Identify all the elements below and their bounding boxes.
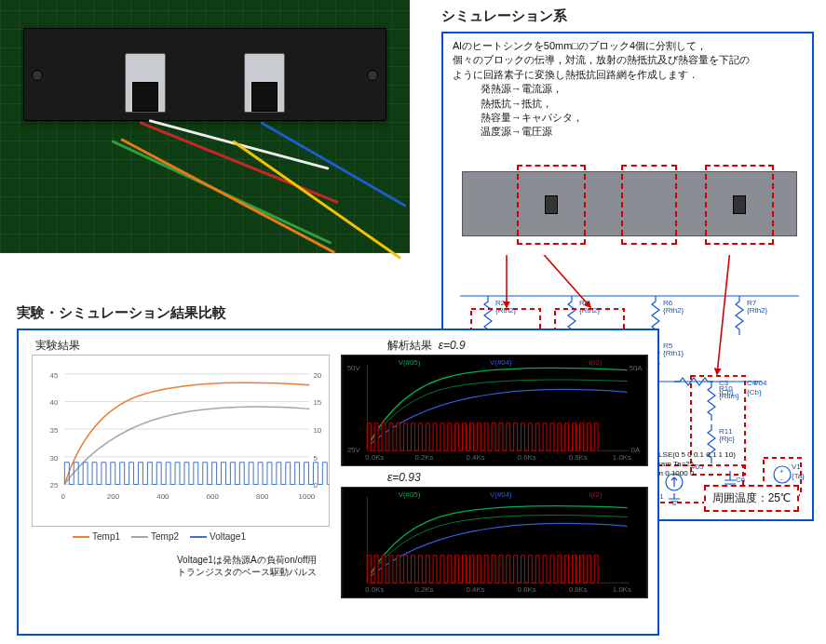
svg-text:50A: 50A bbox=[630, 364, 643, 372]
analysis-result-label: 解析結果 ε=0.9 bbox=[387, 338, 466, 354]
svg-text:0.2Ks: 0.2Ks bbox=[414, 453, 433, 462]
experiment-result-label: 実験結果 bbox=[35, 338, 80, 354]
legend-entry: Temp2 bbox=[151, 531, 179, 542]
svg-text:0.2Ks: 0.2Ks bbox=[414, 585, 433, 594]
svg-text:0: 0 bbox=[61, 492, 65, 501]
svg-text:1000: 1000 bbox=[299, 492, 316, 501]
legend-entry: Voltage1 bbox=[210, 531, 246, 542]
transistor-right-icon bbox=[244, 53, 285, 113]
simulation-section-label: シミュレーション系 bbox=[441, 7, 567, 25]
svg-text:25: 25 bbox=[50, 481, 59, 490]
block-dash-2 bbox=[621, 165, 677, 245]
block-dash-1 bbox=[517, 165, 586, 245]
results-panel: 実験結果 25 30 35 40 45 0 5 10 15 20 0 200 bbox=[17, 329, 659, 636]
voltage-note: Voltage1は発熱源Aの負荷on/off用 トランジスタのベース駆動パルス bbox=[177, 554, 317, 578]
svg-text:400: 400 bbox=[156, 492, 169, 501]
sim-line: Alのヒートシンクを50mm□のブロック4個に分割して， bbox=[453, 39, 750, 53]
svg-text:{Rth2}: {Rth2} bbox=[495, 306, 517, 315]
block-dash-3 bbox=[705, 165, 774, 245]
svg-text:20: 20 bbox=[313, 371, 321, 380]
svg-text:1.0Ks: 1.0Ks bbox=[613, 453, 631, 462]
analysis-chart-2: V(#05) V(#04) I(I2) 0.0Ks 0.2Ks 0.4Ks 0.… bbox=[341, 487, 648, 598]
svg-text:0.8Ks: 0.8Ks bbox=[569, 585, 588, 594]
experiment-chart: 25 30 35 40 45 0 5 10 15 20 0 200 400 60… bbox=[32, 355, 330, 527]
wire-blue bbox=[260, 121, 406, 208]
svg-text:C3: C3 bbox=[719, 379, 729, 387]
svg-text:0A: 0A bbox=[631, 446, 641, 454]
svg-text:0: 0 bbox=[313, 481, 318, 490]
svg-rect-41 bbox=[34, 356, 329, 526]
sim-map: 熱容量→キャパシタ， bbox=[453, 111, 750, 125]
simulation-description: Alのヒートシンクを50mm□のブロック4個に分割して， 個々のブロックの伝導，… bbox=[453, 39, 750, 140]
svg-text:50V: 50V bbox=[347, 364, 361, 372]
spice-line: .tran 0 1000 0 bbox=[648, 469, 736, 478]
svg-text:35: 35 bbox=[50, 426, 59, 435]
svg-text:800: 800 bbox=[256, 492, 269, 501]
svg-text:C4: C4 bbox=[747, 379, 757, 387]
chip-icon bbox=[733, 195, 746, 214]
svg-text:{Rth1}: {Rth1} bbox=[663, 349, 684, 357]
svg-text:{Rth2}: {Rth2} bbox=[747, 306, 768, 315]
analysis-chart-1: V(#05) V(#04) I(I2) 0.0Ks 0.2Ks 0.4Ks 0.… bbox=[341, 355, 648, 466]
legend-entry: Temp1 bbox=[92, 531, 120, 542]
svg-text:5: 5 bbox=[313, 454, 318, 463]
wire-orange bbox=[120, 138, 335, 254]
svg-text:{Cb}: {Cb} bbox=[747, 388, 762, 396]
svg-text:I(I2): I(I2) bbox=[589, 358, 602, 367]
epsilon-093-label: ε=0.93 bbox=[387, 471, 421, 484]
sim-map: 発熱源→電流源， bbox=[453, 82, 750, 96]
comparison-section-label: 実験・シミュレーション結果比較 bbox=[17, 304, 226, 322]
svg-text:V(#04): V(#04) bbox=[490, 490, 512, 499]
svg-text:0.0Ks: 0.0Ks bbox=[365, 585, 384, 594]
svg-text:{Ta}: {Ta} bbox=[792, 472, 805, 480]
svg-text:40: 40 bbox=[50, 398, 59, 407]
svg-text:1.0Ks: 1.0Ks bbox=[613, 585, 631, 594]
svg-text:V(#05): V(#05) bbox=[399, 358, 421, 367]
svg-text:V(#05): V(#05) bbox=[399, 490, 421, 499]
chip-icon bbox=[545, 195, 558, 214]
svg-text:V(#04): V(#04) bbox=[490, 358, 512, 367]
svg-text:I(I2): I(I2) bbox=[589, 490, 602, 499]
svg-text:0.8Ks: 0.8Ks bbox=[569, 453, 588, 462]
svg-text:0.6Ks: 0.6Ks bbox=[518, 453, 536, 462]
experiment-photo bbox=[0, 0, 410, 253]
svg-text:15: 15 bbox=[313, 398, 321, 407]
svg-text:0.0Ks: 0.0Ks bbox=[365, 453, 384, 462]
transistor-left-icon bbox=[125, 53, 166, 113]
sim-line: 個々のブロックの伝導，対流，放射の熱抵抗及び熱容量を下記の bbox=[453, 53, 750, 67]
svg-text:V1: V1 bbox=[792, 463, 801, 471]
svg-text:{Rjc}: {Rjc} bbox=[719, 435, 735, 443]
svg-text:{Rth2}: {Rth2} bbox=[663, 306, 684, 315]
spice-line: PULSE(0 5 0 0.1 0.1 1 10) bbox=[648, 450, 736, 460]
experiment-chart-legend: Temp1 Temp2 Voltage1 bbox=[73, 531, 246, 542]
svg-text:30: 30 bbox=[50, 454, 59, 463]
sim-map: 熱抵抗→抵抗， bbox=[453, 97, 750, 111]
svg-text:45: 45 bbox=[50, 371, 59, 380]
sim-map: 温度源→電圧源 bbox=[453, 125, 750, 139]
heatsink-block-diagram bbox=[462, 171, 797, 236]
svg-text:200: 200 bbox=[107, 492, 120, 501]
spice-directives: PULSE(0 5 0 0.1 0.1 1 10) .param Ta=25 .… bbox=[648, 450, 736, 478]
svg-text:25V: 25V bbox=[347, 446, 361, 454]
spice-line: .param Ta=25 bbox=[648, 460, 736, 469]
heatsink-bar bbox=[23, 28, 386, 121]
svg-text:{Cb}: {Cb} bbox=[719, 388, 734, 396]
svg-text:10: 10 bbox=[313, 426, 321, 435]
svg-text:0.4Ks: 0.4Ks bbox=[467, 585, 485, 594]
ambient-temperature-note: 周囲温度：25℃ bbox=[704, 485, 799, 512]
svg-text:0.6Ks: 0.6Ks bbox=[518, 585, 536, 594]
sim-line: ように回路素子に変換し熱抵抗回路網を作成します． bbox=[453, 68, 750, 82]
svg-text:0.4Ks: 0.4Ks bbox=[467, 453, 485, 462]
svg-text:600: 600 bbox=[207, 492, 220, 501]
